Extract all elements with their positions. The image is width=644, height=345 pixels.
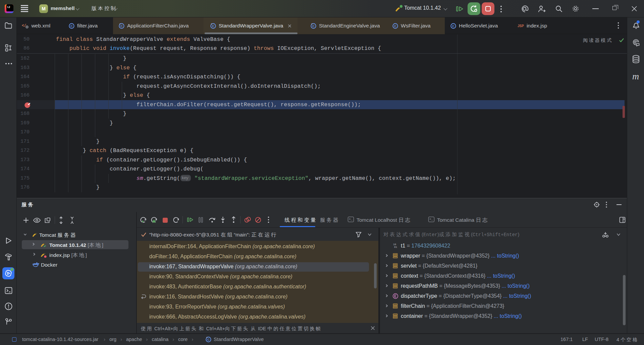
svg-text:C: C	[120, 24, 123, 28]
svg-text:01: 01	[394, 246, 397, 249]
svg-text:C: C	[452, 24, 454, 28]
svg-text:C: C	[212, 24, 214, 28]
svg-text:10: 10	[393, 243, 396, 246]
svg-text:C: C	[312, 24, 315, 28]
svg-text:C: C	[394, 24, 396, 28]
svg-text:C: C	[207, 338, 210, 341]
svg-text:C: C	[70, 24, 73, 28]
